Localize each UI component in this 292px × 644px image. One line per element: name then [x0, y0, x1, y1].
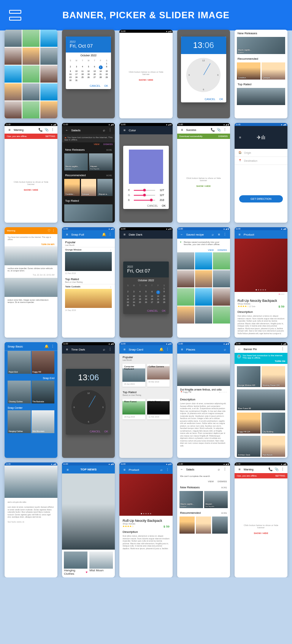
- menu-icon[interactable]: [9, 10, 21, 21]
- more-icon[interactable]: ⋮: [166, 348, 170, 351]
- menu-icon[interactable]: ≡: [122, 348, 126, 351]
- show-hide-button[interactable]: SHOW / HIDE: [5, 187, 57, 193]
- menu-icon[interactable]: ≡: [238, 467, 241, 471]
- color-preview: [129, 150, 163, 184]
- bell-icon[interactable]: 🔔: [102, 233, 106, 236]
- heart-icon[interactable]: ♥: [86, 571, 88, 574]
- dismiss-button[interactable]: DISMISS: [217, 480, 227, 483]
- menu-icon[interactable]: ≡: [122, 468, 126, 472]
- menu-icon[interactable]: ≡: [238, 135, 242, 139]
- more-icon[interactable]: ⋮: [108, 128, 112, 132]
- offline-banner: Ops, you are offline.SETTING: [5, 134, 57, 139]
- setting-button[interactable]: SETTING: [275, 475, 285, 477]
- ok-button[interactable]: OK: [219, 98, 223, 100]
- get-direction-button[interactable]: GET DIRECTION: [239, 195, 283, 202]
- more-icon[interactable]: ⋮: [166, 468, 170, 472]
- show-hide-button[interactable]: SHOW / HIDE: [177, 183, 230, 189]
- more-icon[interactable]: ⋮: [223, 467, 227, 471]
- setting-button[interactable]: SETTING: [45, 135, 55, 137]
- ok-button[interactable]: OK: [104, 430, 108, 433]
- view-button[interactable]: VIEW: [208, 249, 214, 251]
- menu-icon[interactable]: ≡: [122, 233, 126, 236]
- more-icon[interactable]: ⋮: [51, 344, 54, 348]
- menu-icon[interactable]: ≡: [238, 233, 241, 236]
- cancel-button[interactable]: CANCEL: [147, 309, 158, 312]
- menu-icon[interactable]: ≡: [180, 348, 184, 351]
- ok-button[interactable]: OK: [162, 309, 165, 312]
- show-hide-button[interactable]: SHOW / HIDE: [119, 77, 172, 83]
- calendar-grid[interactable]: SMTWTFS 1 2345678 9101112131415 16171819…: [66, 58, 111, 83]
- menu-icon[interactable]: ≡: [8, 128, 11, 132]
- back-icon[interactable]: ←: [238, 347, 241, 351]
- search-icon[interactable]: ⌕: [211, 233, 215, 236]
- user-icon[interactable]: 👤: [108, 468, 111, 472]
- menu-icon[interactable]: ≡: [65, 233, 69, 236]
- menu-icon[interactable]: ≡: [66, 468, 70, 472]
- dismiss-button[interactable]: DISMISS: [217, 249, 227, 251]
- turn-on-button[interactable]: TURN ON: [243, 360, 285, 362]
- cancel-button[interactable]: CANCEL: [147, 204, 158, 207]
- phone-icon[interactable]: 📞: [268, 467, 272, 471]
- cancel-button[interactable]: CANCEL: [205, 98, 215, 100]
- attach-icon[interactable]: 📎: [44, 128, 48, 132]
- pin-icon: 📍: [180, 391, 182, 393]
- cancel-button[interactable]: CANCEL: [90, 430, 100, 433]
- ok-button[interactable]: OK: [162, 204, 165, 207]
- calendar-month: October 2022: [66, 53, 111, 58]
- search-icon[interactable]: ⌕: [223, 348, 227, 351]
- search-icon[interactable]: ⌕: [160, 468, 163, 472]
- more-icon[interactable]: ⋮: [223, 233, 227, 236]
- heart-icon: ♥: [180, 241, 182, 245]
- photo-grid[interactable]: [5, 30, 57, 118]
- bell-icon[interactable]: 🔔: [44, 344, 48, 348]
- phone-icon[interactable]: 📞: [211, 128, 215, 132]
- product-image-2[interactable]: [119, 474, 172, 516]
- back-icon[interactable]: ←: [65, 128, 69, 132]
- phone-icon[interactable]: 📞: [38, 128, 42, 132]
- more-icon[interactable]: ⋮: [223, 128, 227, 132]
- ok-button[interactable]: OK: [104, 84, 108, 87]
- attach-icon[interactable]: 📎: [217, 128, 221, 132]
- calendar-grid-dark[interactable]: SMTWTFS 1 2345678 9101112131415 16171819…: [123, 283, 168, 308]
- recipe-grid[interactable]: [177, 252, 230, 323]
- more-icon[interactable]: ⋮: [281, 467, 284, 471]
- view-button[interactable]: VIEW: [208, 480, 214, 483]
- screen-success: 11:00▲ ◢ ▮ ≡Success📞📎⋮ Download successf…: [177, 123, 230, 223]
- origin-input[interactable]: 🏠Origin: [235, 149, 287, 157]
- back-icon[interactable]: ←: [180, 467, 184, 471]
- heart-icon[interactable]: ♡: [47, 229, 51, 233]
- attach-icon[interactable]: 📎: [275, 467, 278, 471]
- wifi-button[interactable]: TURN ON WIFI: [5, 242, 57, 246]
- clock-face[interactable]: 123 69: [186, 58, 221, 92]
- menu-icon[interactable]: ≡: [217, 233, 221, 236]
- pin-icon: 📍: [238, 159, 242, 162]
- dismiss-button[interactable]: DISMISS: [218, 135, 228, 137]
- dismiss-button[interactable]: DISMISS: [103, 143, 113, 145]
- menu-icon[interactable]: ≡: [122, 128, 126, 132]
- search-icon[interactable]: ⌕: [102, 128, 106, 132]
- screen-salads-dark: 11:00▲ ◢ ▮ ←Salads⌕⋮ ☁ You have lost con…: [62, 123, 115, 223]
- more-icon[interactable]: ⋮: [281, 347, 284, 351]
- more-icon[interactable]: ⋮: [108, 233, 112, 236]
- news-hero[interactable]: [62, 473, 115, 550]
- product-image[interactable]: [235, 239, 287, 292]
- destination-input[interactable]: 📍Destination: [235, 157, 287, 165]
- pin-banner: 📍You have lost connection to the interne…: [235, 353, 287, 364]
- more-icon[interactable]: ⋮: [108, 348, 112, 351]
- clock-face-dark[interactable]: 123 69: [71, 390, 106, 424]
- menu-icon[interactable]: ≡: [65, 348, 69, 351]
- place-image[interactable]: [177, 354, 230, 386]
- cancel-button[interactable]: CANCEL: [90, 84, 100, 87]
- bell-icon[interactable]: 🔔: [160, 348, 163, 351]
- more-icon[interactable]: ⋮: [51, 128, 54, 132]
- slider-g[interactable]: G127: [123, 193, 168, 198]
- slider-r[interactable]: R127: [123, 188, 168, 193]
- more-icon[interactable]: ⋮: [51, 229, 55, 233]
- slider-b[interactable]: B210: [123, 198, 168, 202]
- search-icon[interactable]: ⌕: [102, 348, 106, 351]
- back-icon[interactable]: ←: [180, 233, 184, 236]
- search-icon[interactable]: ⌕: [217, 467, 221, 471]
- menu-icon[interactable]: ≡: [180, 128, 184, 132]
- show-hide-button[interactable]: SHOW / HIDE: [235, 531, 287, 536]
- view-button[interactable]: VIEW: [94, 143, 99, 145]
